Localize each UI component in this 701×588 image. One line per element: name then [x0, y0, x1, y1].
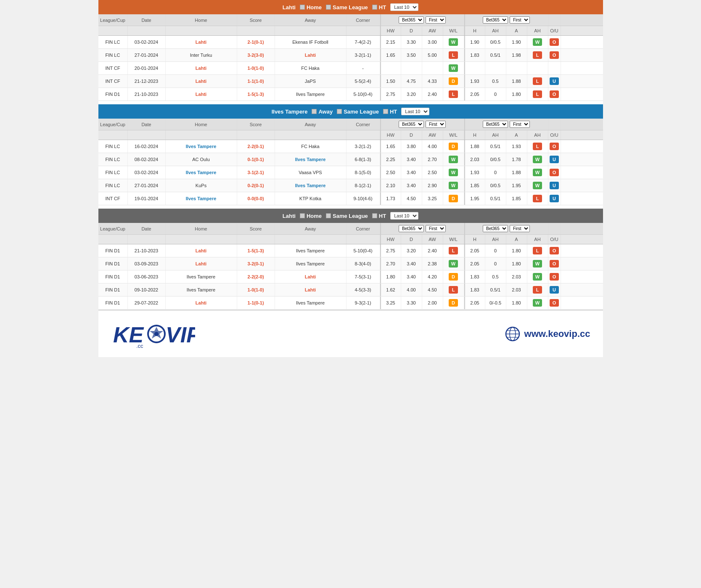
section1-header: Lahti Home Same League HT Last 10 Last 5… [98, 0, 603, 14]
score: 1-1(1-0) [237, 75, 275, 87]
home: Lahti [166, 62, 237, 74]
col-bet365-group2: Bet365 First [464, 14, 548, 26]
website-area: www.keovip.cc [505, 326, 590, 342]
section3-checkbox3[interactable]: HT [372, 213, 386, 219]
section1-checkbox3[interactable]: HT [372, 4, 386, 11]
aw: 4.33 [422, 75, 443, 87]
section3-team: Lahti [283, 213, 296, 219]
away: FC Haka [275, 62, 347, 74]
sh-date [128, 26, 166, 35]
s3-bet365-select1[interactable]: Bet365 [399, 225, 424, 232]
ou: O [548, 88, 561, 101]
ah2: L [527, 88, 548, 101]
a: 1.90 [506, 36, 527, 48]
d-val: 3.20 [401, 88, 422, 101]
first-select1[interactable]: First [426, 16, 446, 24]
svg-text:VIP: VIP [166, 323, 195, 347]
table-row: FIN D1 21-10-2023 Lahti 1-5(1-3) Ilves T… [98, 88, 603, 101]
col-home: Home [166, 14, 237, 26]
section2-team: Ilves Tampere [272, 109, 308, 115]
footer: KE VIP .cc www.keovip.cc [98, 310, 603, 357]
s2-sh-ah2: AH [527, 130, 548, 140]
date: 21-10-2023 [128, 88, 166, 101]
aw: 2.40 [422, 88, 443, 101]
aw: 5.00 [422, 49, 443, 61]
section1-checkbox2[interactable]: Same League [326, 4, 368, 11]
s2-sh-aw: AW [422, 130, 443, 140]
section1-last-dropdown[interactable]: Last 10 Last 5 Last 20 [390, 3, 418, 11]
s2-sh-wl: W/L [443, 130, 464, 140]
s2-bet365-select2[interactable]: Bet365 [483, 121, 508, 128]
section2-checkbox3[interactable]: HT [383, 109, 397, 115]
home: Lahti [166, 88, 237, 101]
away: Ekenas IF Fotboll [275, 36, 347, 48]
table-row: FIN LC 03-02-2024 Ilves Tampere 3-1(2-1)… [98, 166, 603, 179]
logo-area: KE VIP .cc [111, 319, 195, 349]
col-date: Date [128, 14, 166, 26]
s2-col-league: League/Cup [98, 119, 128, 130]
section2-header: Ilves Tampere Away Same League HT Last 1… [98, 104, 603, 119]
section2-last-dropdown[interactable]: Last 10 Last 5 [401, 108, 429, 115]
hw: 2.75 [380, 88, 401, 101]
section1-checkbox1[interactable]: Home [300, 4, 322, 11]
section3-header: Lahti Home Same League HT Last 10 Last 5 [98, 209, 603, 223]
ah: 0.5/1 [485, 49, 506, 61]
s2-sh-d: D [401, 130, 422, 140]
section2-checkbox2[interactable]: Same League [337, 109, 379, 115]
s2-col-corner: Corner [347, 119, 380, 130]
ah2: W [527, 36, 548, 48]
sh-h: H [464, 26, 485, 35]
league: FIN LC [98, 36, 128, 48]
away: Ilves Tampere [275, 88, 347, 101]
section2: Ilves Tampere Away Same League HT Last 1… [98, 104, 603, 205]
logo-svg: KE VIP .cc [111, 319, 195, 349]
a: 1.80 [506, 88, 527, 101]
bet365-select2[interactable]: Bet365 [483, 16, 508, 24]
corner: 7-4(2-2) [347, 36, 380, 48]
table-row: FIN D1 09-10-2022 Ilves Tampere 1-0(1-0)… [98, 283, 603, 297]
s2-bet365-select1[interactable]: Bet365 [399, 121, 424, 128]
s3-bet365-select2[interactable]: Bet365 [483, 225, 508, 232]
section3-last-dropdown[interactable]: Last 10 Last 5 [390, 212, 418, 220]
hw [380, 62, 401, 74]
sh-away [275, 26, 347, 35]
sh-home [166, 26, 237, 35]
section3-checkbox2[interactable]: Same League [326, 213, 368, 219]
league: FIN D1 [98, 88, 128, 101]
s3-first-select2[interactable]: First [510, 225, 530, 232]
bet365-select1[interactable]: Bet365 [399, 16, 424, 24]
col-score: Score [237, 14, 275, 26]
section2-checkbox1[interactable]: Away [312, 109, 333, 115]
d-val: 4.75 [401, 75, 422, 87]
svg-text:.cc: .cc [136, 343, 143, 349]
first-select2[interactable]: First [510, 16, 530, 24]
s2-col-score: Score [237, 119, 275, 130]
date: 03-02-2024 [128, 36, 166, 48]
section1-team: Lahti [283, 4, 296, 11]
score: 2-1(0-1) [237, 36, 275, 48]
d-val: 3.30 [401, 36, 422, 48]
s3-first-select1[interactable]: First [426, 225, 446, 232]
sh-a: A [506, 26, 527, 35]
sh-corner [347, 26, 380, 35]
s2-sh-ou: O/U [548, 130, 561, 140]
s2-ou-top [548, 119, 561, 130]
section3-checkbox1[interactable]: Home [300, 213, 322, 219]
table-row: INT CF 19-01-2024 Ilves Tampere 0-0(0-0)… [98, 192, 603, 205]
ah2: L [527, 49, 548, 61]
s2-first-select2[interactable]: First [510, 121, 530, 128]
table-row: FIN D1 29-07-2022 Lahti 1-1(0-1) Ilves T… [98, 297, 603, 310]
s2-sh-hw: HW [380, 130, 401, 140]
sh-d: D [401, 26, 422, 35]
corner: 5-5(2-4) [347, 75, 380, 87]
col-corner: Corner [347, 14, 380, 26]
s2-col-date: Date [128, 119, 166, 130]
ah: 0 [485, 88, 506, 101]
website-url: www.keovip.cc [524, 328, 590, 339]
table-row: FIN D1 21-10-2023 Lahti 1-5(1-3) Ilves T… [98, 244, 603, 257]
score: 1-5(1-3) [237, 88, 275, 101]
s2-first-select1[interactable]: First [426, 121, 446, 128]
s2-sh-a: A [506, 130, 527, 140]
home: Inter Turku [166, 49, 237, 61]
h [464, 62, 485, 74]
